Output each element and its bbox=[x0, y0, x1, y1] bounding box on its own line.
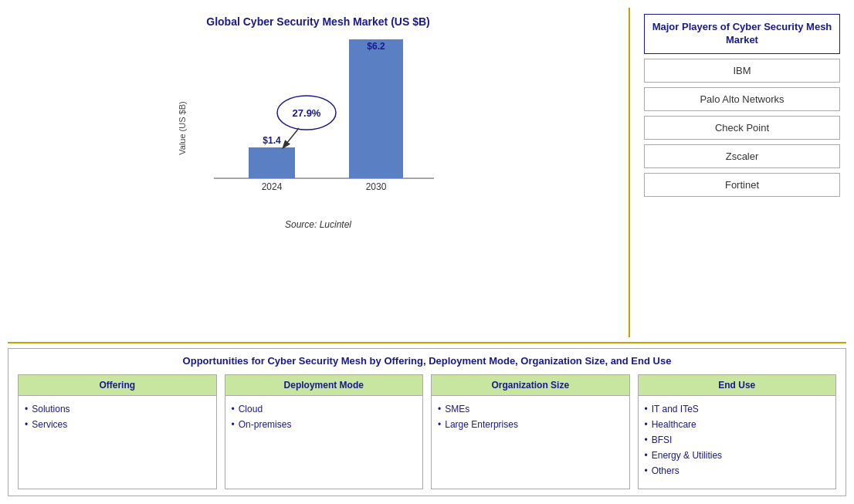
enduse-body: • IT and ITeS • Healthcare • BFSI • Ener… bbox=[638, 396, 837, 489]
player-paloalto: Palo Alto Networks bbox=[644, 87, 840, 111]
bar-2024-label: $1.4 bbox=[263, 135, 281, 146]
bar-2024-year: 2024 bbox=[262, 181, 283, 192]
orgsize-item-0: • SMEs bbox=[438, 404, 623, 414]
player-checkpoint: Check Point bbox=[644, 116, 840, 140]
bullet-icon: • bbox=[645, 435, 648, 445]
deployment-item-1: • On-premises bbox=[232, 419, 417, 430]
offering-column: Offering • Solutions • Services bbox=[18, 374, 217, 489]
player-zscaler: Zscaler bbox=[644, 144, 840, 168]
orgsize-column: Organization Size • SMEs • Large Enterpr… bbox=[431, 374, 630, 489]
enduse-header: End Use bbox=[638, 374, 837, 396]
bullet-icon: • bbox=[438, 419, 441, 430]
bullet-icon: • bbox=[645, 419, 648, 430]
offering-header: Offering bbox=[18, 374, 217, 396]
orgsize-body: • SMEs • Large Enterprises bbox=[431, 396, 630, 489]
enduse-item-4: • Others bbox=[645, 465, 830, 476]
players-title: Major Players of Cyber Security Mesh Mar… bbox=[644, 14, 840, 54]
bullet-icon: • bbox=[645, 465, 648, 476]
chart-svg-wrapper: Value (US $B) $1.4 2024 $6.2 2030 27.9% bbox=[171, 36, 465, 213]
columns-row: Offering • Solutions • Services Deployme… bbox=[18, 374, 836, 489]
source-label: Source: Lucintel bbox=[285, 219, 351, 230]
main-container: Global Cyber Security Mesh Market (US $B… bbox=[0, 0, 854, 504]
bullet-icon: • bbox=[645, 450, 648, 461]
deployment-column: Deployment Mode • Cloud • On-premises bbox=[225, 374, 424, 489]
enduse-item-0: • IT and ITeS bbox=[645, 404, 830, 414]
offering-item-0: • Solutions bbox=[25, 404, 210, 414]
orgsize-item-1: • Large Enterprises bbox=[438, 419, 623, 430]
deployment-header: Deployment Mode bbox=[225, 374, 424, 396]
bottom-section: Opportunities for Cyber Security Mesh by… bbox=[8, 348, 846, 496]
enduse-column: End Use • IT and ITeS • Healthcare • BFS… bbox=[638, 374, 837, 489]
cagr-label: 27.9% bbox=[293, 107, 321, 119]
chart-title: Global Cyber Security Mesh Market (US $B… bbox=[206, 15, 429, 28]
deployment-body: • Cloud • On-premises bbox=[225, 396, 424, 489]
y-axis-label: Value (US $B) bbox=[178, 101, 187, 155]
orgsize-header: Organization Size bbox=[431, 374, 630, 396]
bullet-icon: • bbox=[645, 404, 648, 414]
arrow-line bbox=[283, 128, 299, 147]
bullet-icon: • bbox=[25, 419, 28, 430]
bar-2030 bbox=[349, 39, 403, 178]
bar-2024 bbox=[249, 147, 295, 178]
enduse-item-1: • Healthcare bbox=[645, 419, 830, 430]
bar-chart-svg: Value (US $B) $1.4 2024 $6.2 2030 27.9% bbox=[171, 36, 465, 213]
enduse-item-2: • BFSI bbox=[645, 435, 830, 445]
players-panel: Major Players of Cyber Security Mesh Mar… bbox=[638, 8, 846, 337]
top-section: Global Cyber Security Mesh Market (US $B… bbox=[8, 8, 846, 337]
offering-body: • Solutions • Services bbox=[18, 396, 217, 489]
bullet-icon: • bbox=[232, 404, 235, 414]
player-fortinet: Fortinet bbox=[644, 173, 840, 197]
bar-2030-label: $6.2 bbox=[367, 41, 385, 52]
chart-area: Global Cyber Security Mesh Market (US $B… bbox=[8, 8, 630, 337]
section-divider bbox=[8, 342, 846, 343]
player-ibm: IBM bbox=[644, 59, 840, 83]
deployment-item-0: • Cloud bbox=[232, 404, 417, 414]
enduse-item-3: • Energy & Utilities bbox=[645, 450, 830, 461]
bullet-icon: • bbox=[25, 404, 28, 414]
bullet-icon: • bbox=[438, 404, 441, 414]
offering-item-1: • Services bbox=[25, 419, 210, 430]
bar-2030-year: 2030 bbox=[366, 181, 387, 192]
bullet-icon: • bbox=[232, 419, 235, 430]
opportunities-title: Opportunities for Cyber Security Mesh by… bbox=[18, 355, 836, 367]
